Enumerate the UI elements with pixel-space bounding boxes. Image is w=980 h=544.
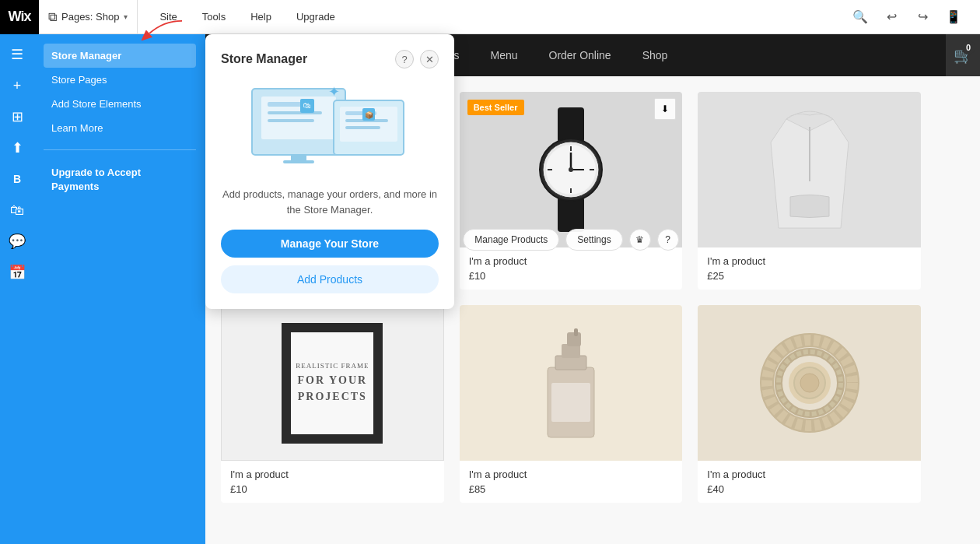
perfume-illustration [532,321,610,445]
product-price-frame: £10 [230,483,435,495]
product-image-scarf [698,305,921,461]
chevron-down-icon: ▾ [124,12,128,21]
product-price-perfume: £85 [469,483,674,495]
nav-menu[interactable]: Menu [474,34,533,76]
svg-rect-44 [551,383,590,422]
sidebar-icon-menu[interactable]: ☰ [3,40,31,68]
product-name-hoodie: I'm a product [707,255,912,267]
svg-text:✦: ✦ [328,84,340,100]
cart-badge: 0 [961,40,975,54]
svg-rect-8 [291,155,306,161]
wix-logo: Wix [0,0,39,34]
tools-menu[interactable]: Tools [193,0,235,34]
nav-shop[interactable]: Shop [627,34,684,76]
store-panel: Store Manager Store Pages Add Store Elem… [34,34,205,544]
panel-divider [44,149,196,150]
zoom-out-button[interactable]: 🔍 [846,3,874,31]
svg-point-37 [569,167,573,172]
main-nav-right: 🛒 0 [946,34,980,76]
product-image-perfume [460,305,683,461]
product-name-watch: I'm a product [469,255,674,267]
product-info-watch: I'm a product £10 [460,247,683,290]
sidebar-icon-blog[interactable]: B [3,165,31,193]
product-card-frame[interactable]: REALISTIC FRAMEFOR YOURPROJECTS I'm a pr… [221,305,444,503]
product-info-perfume: I'm a product £85 [460,461,683,503]
svg-rect-14 [345,126,380,129]
pages-label: Pages: Shop [61,11,119,23]
product-name-scarf: I'm a product [707,469,912,480]
popup-actions: ? ✕ [395,50,439,68]
svg-rect-27 [558,197,584,232]
product-card-perfume[interactable]: I'm a product £85 [460,305,683,503]
svg-text:🛍: 🛍 [303,101,311,110]
help-menu[interactable]: Help [241,0,281,34]
help-icon[interactable]: ? [657,229,679,251]
svg-rect-26 [558,107,584,142]
top-bar-right: 🔍 ↩ ↪ 📱 [846,3,980,31]
cart-button[interactable]: 🛒 0 [946,34,980,76]
popup-header: Store Manager ? ✕ [221,50,439,68]
sidebar-icon-calendar[interactable]: 📅 [3,258,31,286]
svg-rect-43 [574,328,578,336]
redo-button[interactable]: ↪ [908,3,936,31]
product-price-hoodie: £25 [707,270,912,282]
sidebar-item-store-pages[interactable]: Store Pages [44,68,196,92]
manage-products-button[interactable]: Manage Products [463,229,559,251]
sidebar-icon-chat[interactable]: 💬 [3,227,31,255]
sidebar-item-store-manager[interactable]: Store Manager [44,44,196,68]
svg-point-51 [800,374,819,392]
crown-icon[interactable]: ♛ [629,229,651,251]
pages-button[interactable]: ⧉ Pages: Shop ▾ [39,0,138,34]
product-card-watch[interactable]: Best Seller ⬇ [460,92,683,290]
nav-order-online[interactable]: Order Online [534,34,627,76]
popup-close-button[interactable]: ✕ [420,50,439,68]
manage-overlay: Manage Products Settings ♛ ? [460,229,683,251]
download-button[interactable]: ⬇ [654,98,676,120]
undo-button[interactable]: ↩ [877,3,905,31]
svg-rect-5 [268,119,314,122]
product-info-frame: I'm a product £10 [221,461,444,503]
store-illustration: 🛍 📦 ✦ [221,81,439,174]
settings-button[interactable]: Settings [565,229,622,251]
pages-icon: ⧉ [48,10,57,24]
best-seller-badge: Best Seller [467,100,524,115]
product-info-hoodie: I'm a product £25 [698,247,921,290]
manage-your-store-button[interactable]: Manage Your Store [221,230,439,258]
top-nav: Site Tools Help Upgrade [138,0,846,34]
popup-title: Store Manager [221,52,307,66]
sidebar-icon-add[interactable]: + [3,72,31,100]
sidebar-icon-upload[interactable]: ⬆ [3,134,31,162]
left-sidebar: ☰ + ⊞ ⬆ B 🛍 💬 📅 [0,34,34,544]
product-card-scarf[interactable]: I'm a product £40 [698,305,921,503]
sidebar-icon-store[interactable]: 🛍 [3,196,31,224]
svg-rect-9 [283,160,314,163]
hoodie-illustration [755,104,864,236]
product-name-frame: I'm a product [230,469,435,480]
product-info-scarf: I'm a product £40 [698,461,921,503]
scarf-illustration [747,321,872,445]
product-image-hoodie [698,92,921,247]
upgrade-title[interactable]: Upgrade to Accept Payments [51,166,188,194]
upgrade-menu[interactable]: Upgrade [287,0,345,34]
watch-illustration [520,107,621,232]
upgrade-section[interactable]: Upgrade to Accept Payments [44,160,196,200]
frame-border: REALISTIC FRAMEFOR YOURPROJECTS [282,323,383,444]
sidebar-item-learn-more[interactable]: Learn More [44,116,196,140]
sidebar-item-add-store-elements[interactable]: Add Store Elements [44,92,196,116]
illustration-svg: 🛍 📦 ✦ [244,77,415,178]
product-image-watch [460,92,683,247]
product-name-perfume: I'm a product [469,469,674,480]
add-products-button[interactable]: Add Products [221,265,439,293]
product-price-watch: £10 [469,270,674,282]
product-image-frame: REALISTIC FRAMEFOR YOURPROJECTS [221,305,444,461]
product-price-scarf: £40 [707,483,912,495]
product-card-hoodie[interactable]: I'm a product £25 [698,92,921,290]
sidebar-icon-grid[interactable]: ⊞ [3,103,31,131]
popup-description: Add products, manage your orders, and mo… [221,187,439,217]
devices-button[interactable]: 📱 [940,3,968,31]
store-manager-popup: Store Manager ? ✕ 🛍 [205,34,454,309]
svg-text:📦: 📦 [365,111,374,120]
popup-help-button[interactable]: ? [395,50,414,68]
red-arrow [132,17,194,40]
frame-text: REALISTIC FRAMEFOR YOURPROJECTS [296,361,369,405]
